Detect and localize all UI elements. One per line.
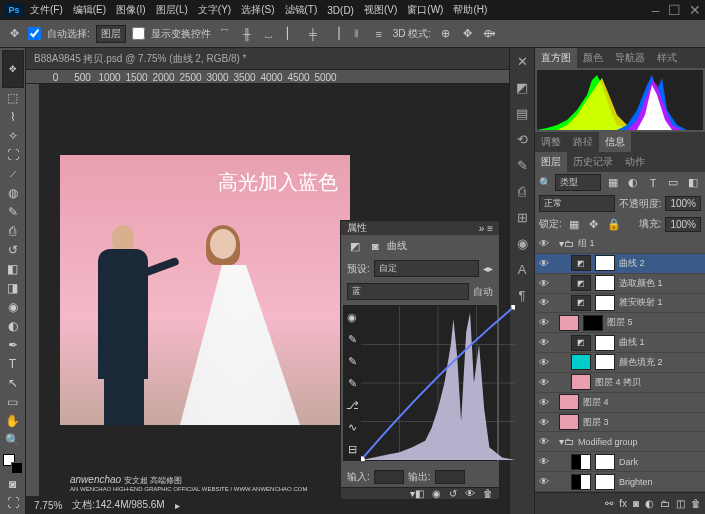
new-adjlayer-icon[interactable]: ◐ [645,498,654,509]
visibility-toggle[interactable]: 👁 [539,258,551,269]
brush-strip-icon[interactable]: ✎ [513,156,531,174]
preset-select[interactable]: 自定 [374,260,479,277]
clone-strip-icon[interactable]: ⎙ [513,182,531,200]
orbit-icon[interactable]: ⊕ [437,26,453,42]
stamp-tool[interactable]: ⎙ [2,222,24,240]
lasso-tool[interactable]: ⌇ [2,108,24,126]
tab-adjustments[interactable]: 调整 [535,132,567,152]
type-tool[interactable]: T [2,355,24,373]
filter-type-icon[interactable]: T [645,175,661,191]
visibility-toggle[interactable]: 👁 [539,297,551,308]
tab-styles[interactable]: 样式 [651,48,683,68]
visibility-toggle[interactable]: 👁 [539,337,551,348]
zoom-display[interactable]: 7.75% [34,500,62,511]
visibility-toggle[interactable]: 👁 [539,417,551,428]
visibility-toggle[interactable]: 👁 [539,456,551,467]
link-layers-icon[interactable]: ⚯ [605,498,613,509]
layer-row[interactable]: 👁Dark [535,452,705,472]
align-left-icon[interactable]: ▏ [283,26,299,42]
white-point-icon[interactable]: ✎ [344,375,360,391]
layer-row[interactable]: 👁▾🗀Modified group [535,432,705,452]
restore-icon[interactable]: ☐ [668,2,681,18]
edit-points-icon[interactable]: ⎇ [344,397,360,413]
layer-fx-icon[interactable]: fx [619,498,627,509]
tab-history[interactable]: 历史记录 [567,152,619,172]
dodge-tool[interactable]: ◐ [2,317,24,335]
visibility-toggle[interactable]: 👁 [539,476,551,487]
new-layer-icon[interactable]: ◫ [676,498,685,509]
channel-select[interactable]: 蓝 [347,283,469,300]
layer-row[interactable]: 👁图层 4 [535,393,705,413]
menu-image[interactable]: 图像(I) [112,1,149,19]
filter-img-icon[interactable]: ▦ [605,175,621,191]
strip-icon-2[interactable]: ▤ [513,104,531,122]
tab-info[interactable]: 信息 [599,132,631,152]
layer-row[interactable]: 👁颜色填充 2 [535,353,705,373]
layers-list[interactable]: 👁▾🗀组 1👁◩曲线 2👁◩选取颜色 1👁◩雅安映射 1👁图层 5👁◩曲线 1👁… [535,234,705,492]
align-vmid-icon[interactable]: ╫ [239,26,255,42]
move-tool[interactable]: ✥ [2,50,24,88]
auto-select-check[interactable] [28,27,41,40]
menu-type[interactable]: 文字(Y) [194,1,235,19]
dist-v-icon[interactable]: ≡ [371,26,387,42]
zoom-tool[interactable]: 🔍 [2,431,24,449]
align-right-icon[interactable]: ▕ [327,26,343,42]
menu-help[interactable]: 帮助(H) [449,1,491,19]
menu-file[interactable]: 文件(F) [26,1,67,19]
layer-row[interactable]: 👁图层 4 拷贝 [535,373,705,393]
hand-tool[interactable]: ✋ [2,412,24,430]
tab-layers[interactable]: 图层 [535,152,567,172]
layer-row[interactable]: 👁◩曲线 1 [535,333,705,353]
layer-row[interactable]: 👁◩曲线 2 [535,254,705,274]
align-bot-icon[interactable]: ⎵ [261,26,277,42]
black-point-icon[interactable]: ✎ [344,331,360,347]
clip-icon[interactable]: ⊟ [344,441,360,457]
tab-color[interactable]: 颜色 [577,48,609,68]
pan-icon[interactable]: ✥ [459,26,475,42]
lock-position-icon[interactable]: ✥ [586,216,602,232]
history-brush-tool[interactable]: ↺ [2,241,24,259]
gray-point-icon[interactable]: ✎ [344,353,360,369]
blur-tool[interactable]: ◉ [2,298,24,316]
show-transform-check[interactable] [132,27,145,40]
output-field[interactable] [435,470,465,484]
close-strip-icon[interactable]: ✕ [513,52,531,70]
layer-row[interactable]: 👁Brighten [535,472,705,492]
lock-pixels-icon[interactable]: ▦ [566,216,582,232]
layer-row[interactable]: 👁图层 3 [535,413,705,433]
clip-layer-icon[interactable]: ▾◧ [410,488,424,499]
draw-curve-icon[interactable]: ∿ [344,419,360,435]
visibility-toggle[interactable]: 👁 [539,436,551,447]
auto-select-target[interactable]: 图层 [96,25,126,43]
minimize-icon[interactable]: ‒ [651,2,660,18]
screenmode-tool[interactable]: ⛶ [2,494,24,512]
toggle-visibility-icon[interactable]: 👁 [465,488,475,499]
lock-all-icon[interactable]: 🔒 [606,216,622,232]
path-tool[interactable]: ↖ [2,374,24,392]
blend-mode-select[interactable]: 正常 [539,195,615,212]
close-icon[interactable]: ✕ [689,2,701,18]
color-swatches[interactable] [3,454,23,474]
eyedropper-tool[interactable]: ⟋ [2,165,24,183]
menu-layer[interactable]: 图层(L) [152,1,192,19]
strip-icon-1[interactable]: ◩ [513,78,531,96]
menu-window[interactable]: 窗口(W) [403,1,447,19]
layer-row[interactable]: 👁▾🗀组 1 [535,234,705,254]
new-group-icon[interactable]: 🗀 [660,498,670,509]
visibility-toggle[interactable]: 👁 [539,377,551,388]
layer-row[interactable]: 👁◩选取颜色 1 [535,274,705,294]
layer-kind-select[interactable]: 类型 [555,174,601,191]
para-strip-icon[interactable]: ¶ [513,286,531,304]
filter-shape-icon[interactable]: ▭ [665,175,681,191]
auto-button[interactable]: 自动 [473,285,493,299]
menu-edit[interactable]: 编辑(E) [69,1,110,19]
menu-select[interactable]: 选择(S) [237,1,278,19]
eraser-tool[interactable]: ◧ [2,260,24,278]
input-field[interactable] [374,470,404,484]
heal-tool[interactable]: ◍ [2,184,24,202]
info-strip-icon[interactable]: ◉ [513,234,531,252]
target-adjust-icon[interactable]: ◉ [344,309,360,325]
pen-tool[interactable]: ✒ [2,336,24,354]
tab-navigator[interactable]: 导航器 [609,48,651,68]
dist-h-icon[interactable]: ⫴ [349,26,365,42]
